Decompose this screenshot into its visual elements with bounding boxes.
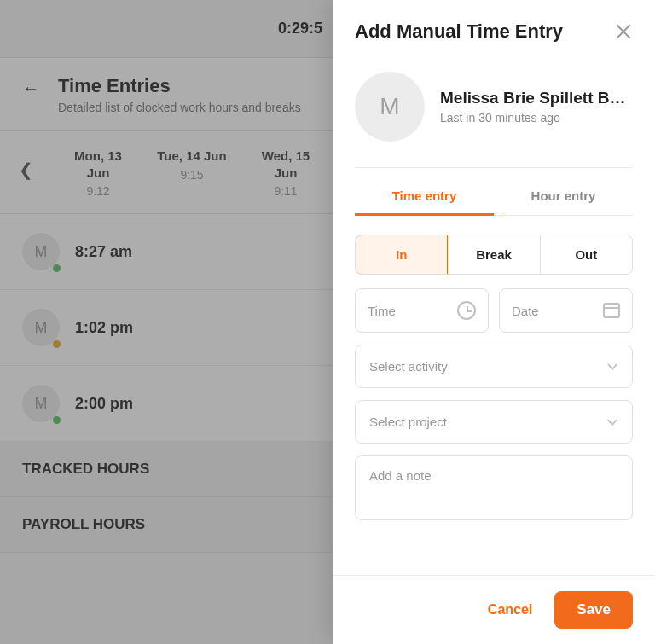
cancel-button[interactable]: Cancel (488, 602, 532, 618)
divider (355, 167, 633, 168)
date-placeholder: Date (512, 304, 539, 318)
panel-title: Add Manual Time Entry (355, 20, 563, 43)
note-placeholder: Add a note (369, 468, 432, 483)
clock-icon (457, 301, 476, 320)
tab-time-entry[interactable]: Time entry (355, 177, 494, 215)
segment-out[interactable]: Out (540, 235, 632, 274)
close-icon[interactable] (614, 22, 633, 41)
entry-mode-tabs: Time entry Hour entry (355, 177, 633, 216)
project-placeholder: Select project (369, 415, 447, 429)
person-block: M Melissa Brie Spillett Bi… Last in 30 m… (355, 56, 633, 167)
activity-placeholder: Select activity (369, 359, 448, 374)
activity-select[interactable]: Select activity (355, 345, 633, 388)
date-field[interactable]: Date (499, 288, 633, 333)
entry-type-segment: In Break Out (355, 235, 633, 275)
segment-in[interactable]: In (355, 235, 448, 275)
calendar-icon (603, 303, 620, 318)
person-name: Melissa Brie Spillett Bi… (440, 89, 628, 107)
panel-header: Add Manual Time Entry (333, 0, 655, 56)
time-field[interactable]: Time (355, 288, 489, 333)
tab-hour-entry[interactable]: Hour entry (494, 177, 633, 215)
time-placeholder: Time (368, 304, 396, 318)
chevron-down-icon (606, 416, 618, 428)
segment-break[interactable]: Break (447, 235, 539, 274)
chevron-down-icon (606, 361, 618, 373)
person-last-seen: Last in 30 minutes ago (440, 111, 628, 125)
add-time-entry-panel: Add Manual Time Entry M Melissa Brie Spi… (333, 0, 655, 644)
save-button[interactable]: Save (554, 591, 633, 629)
avatar: M (355, 72, 425, 142)
note-textarea[interactable]: Add a note (355, 455, 633, 520)
project-select[interactable]: Select project (355, 400, 633, 444)
avatar-initial: M (380, 93, 399, 120)
panel-footer: Cancel Save (333, 575, 655, 644)
